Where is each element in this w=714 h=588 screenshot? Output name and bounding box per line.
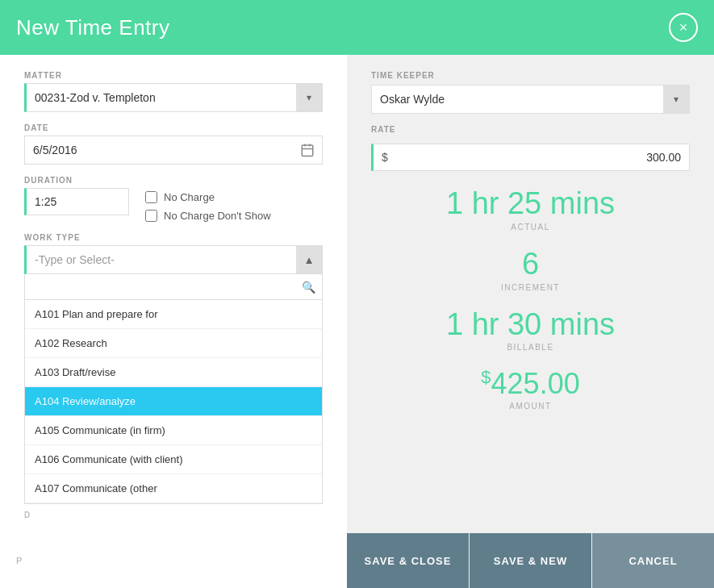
charge-options: No Charge No Charge Don't Show	[145, 191, 271, 222]
save-new-button[interactable]: SAVE & NEW	[470, 533, 591, 588]
time-keeper-value: Oskar Wylde	[372, 86, 663, 112]
duration-row: No Charge No Charge Don't Show	[24, 188, 323, 222]
no-charge-checkbox[interactable]	[145, 191, 157, 203]
date-input-wrap	[24, 136, 323, 165]
no-charge-row[interactable]: No Charge	[145, 191, 271, 203]
time-keeper-input-wrap: Oskar Wylde ▾	[371, 85, 690, 114]
work-type-select-bar[interactable]: -Type or Select- ▲	[24, 245, 323, 274]
work-type-search-bar: 🔍	[24, 274, 323, 300]
matter-dropdown-arrow[interactable]: ▾	[296, 84, 322, 111]
duration-border	[24, 188, 129, 215]
no-charge-dont-show-row[interactable]: No Charge Don't Show	[145, 210, 271, 222]
work-type-dropdown-arrow[interactable]: ▲	[296, 246, 322, 273]
dropdown-item-a107[interactable]: A107 Communicate (other	[25, 474, 322, 503]
search-icon: 🔍	[302, 281, 315, 294]
increment-stat-block: 6 INCREMENT	[371, 248, 690, 292]
date-field-group: DATE	[24, 123, 323, 165]
work-type-label: WORK TYPE	[24, 233, 323, 242]
footer-left-label: P	[16, 556, 23, 565]
cancel-button[interactable]: CANCEL	[592, 533, 714, 588]
description-label-partial: D	[24, 511, 323, 519]
rate-label: RATE	[371, 125, 690, 134]
work-type-search-input[interactable]	[31, 277, 302, 296]
duration-input-wrap	[24, 188, 129, 215]
amount-symbol: $	[481, 367, 491, 387]
main-content: MATTER ▾ DATE DURATION	[0, 55, 714, 533]
matter-label: MATTER	[24, 71, 323, 80]
amount-stat-block: $425.00 AMOUNT	[371, 368, 690, 411]
actual-value: 1 hr 25 mins	[371, 187, 690, 221]
dropdown-item-a106[interactable]: A106 Communicate (with client)	[25, 445, 322, 474]
increment-label: INCREMENT	[371, 283, 690, 292]
billable-label: BILLABLE	[371, 343, 690, 352]
no-charge-dont-show-checkbox[interactable]	[145, 210, 157, 222]
matter-input[interactable]	[27, 85, 296, 111]
footer-actions: SAVE & CLOSE SAVE & NEW CANCEL	[347, 533, 714, 588]
matter-input-wrap: ▾	[24, 83, 323, 112]
increment-value: 6	[371, 248, 690, 281]
calendar-button[interactable]	[293, 136, 322, 164]
time-keeper-field-group: TIME KEEPER Oskar Wylde ▾	[371, 71, 690, 114]
billable-value: 1 hr 30 mins	[371, 308, 690, 342]
rate-symbol: $	[374, 144, 395, 170]
left-panel: MATTER ▾ DATE DURATION	[0, 55, 347, 533]
work-type-placeholder: -Type or Select-	[27, 247, 296, 273]
time-keeper-dropdown-arrow[interactable]: ▾	[663, 85, 689, 113]
save-close-button[interactable]: SAVE & CLOSE	[347, 533, 469, 588]
billable-stat-block: 1 hr 30 mins BILLABLE	[371, 308, 690, 352]
amount-number: 425.00	[491, 367, 580, 400]
close-button[interactable]: ×	[669, 13, 698, 42]
time-keeper-label: TIME KEEPER	[371, 71, 690, 80]
dialog-header: New Time Entry ×	[0, 0, 714, 55]
svg-rect-0	[302, 145, 313, 156]
no-charge-dont-show-label: No Charge Don't Show	[164, 210, 271, 222]
duration-input[interactable]	[27, 189, 128, 215]
duration-label: DURATION	[24, 176, 323, 185]
work-type-section: WORK TYPE -Type or Select- ▲ 🔍 A101 Plan…	[24, 233, 323, 504]
no-charge-label: No Charge	[164, 191, 215, 203]
amount-label: AMOUNT	[371, 402, 690, 411]
duration-field-group: DURATION No Charge No Charge Don't Show	[24, 176, 323, 222]
actual-stat-block: 1 hr 25 mins ACTUAL	[371, 187, 690, 231]
work-type-dropdown-list: A101 Plan and prepare forA102 ResearchA1…	[24, 300, 323, 504]
dropdown-item-a103[interactable]: A103 Draft/revise	[25, 358, 322, 387]
rate-field-group: RATE $	[371, 125, 690, 171]
dialog-title: New Time Entry	[16, 15, 170, 40]
date-label: DATE	[24, 123, 323, 132]
rate-input[interactable]	[395, 144, 689, 170]
rate-input-wrap: $	[371, 144, 690, 171]
amount-value: $425.00	[371, 368, 690, 400]
actual-label: ACTUAL	[371, 223, 690, 231]
dropdown-item-a101[interactable]: A101 Plan and prepare for	[25, 300, 322, 329]
date-input[interactable]	[25, 137, 293, 163]
footer: P SAVE & CLOSE SAVE & NEW CANCEL	[0, 533, 714, 588]
footer-left: P	[0, 533, 347, 588]
right-panel: TIME KEEPER Oskar Wylde ▾ RATE $ 1 hr 25…	[347, 55, 714, 533]
matter-field-group: MATTER ▾	[24, 71, 323, 112]
dropdown-item-a102[interactable]: A102 Research	[25, 329, 322, 358]
dropdown-item-a105[interactable]: A105 Communicate (in firm)	[25, 416, 322, 445]
dropdown-item-a104[interactable]: A104 Review/analyze	[25, 387, 322, 416]
